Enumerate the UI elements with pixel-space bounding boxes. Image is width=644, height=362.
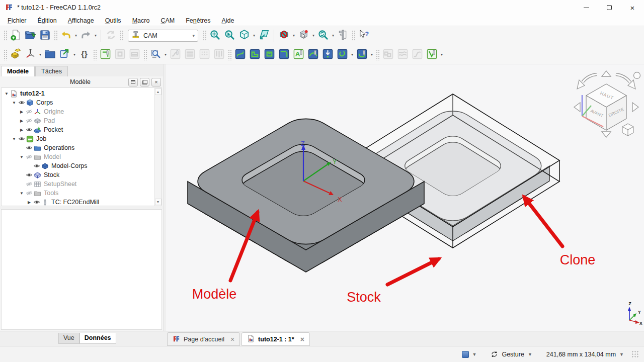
3d-viewport[interactable]: X Y Z Modèle Stock Clone [166,64,644,331]
toolbar-button-op-engrave[interactable]: A [291,47,306,62]
chevron-down-icon[interactable]: ▾ [331,33,336,38]
menu-aide[interactable]: Aide [216,16,240,25]
tree-expander[interactable]: ▶ [26,200,32,205]
toolbar-button-op-pocket-shape[interactable] [262,47,277,62]
toolbar-button-cam-postprocess[interactable] [57,47,72,62]
close-button[interactable]: × [621,0,644,15]
toolbar-grip[interactable] [352,30,355,41]
panel-close-button[interactable]: × [151,78,161,86]
toolbar-button-cam-gcode-inspect[interactable]: {} [77,47,92,62]
chevron-down-icon[interactable]: ▼ [619,352,624,357]
tree-expander[interactable]: ▶ [19,119,25,123]
nav-style-value[interactable]: Gesture [502,351,524,358]
toolbar-button-selection-view[interactable] [296,28,311,43]
mdi-tab-start-page[interactable]: Page d'accueil × [167,332,240,346]
toolbar-button-view-isometric[interactable] [237,28,252,43]
tree-item-job[interactable]: ▼Job [2,134,162,143]
toolbar-button-undo[interactable] [59,28,73,43]
tab-close-icon[interactable]: × [300,336,304,343]
chevron-down-icon[interactable]: ▼ [528,352,532,357]
tab-close-icon[interactable]: × [230,336,234,343]
chevron-down-icon[interactable]: ▾ [369,52,374,57]
tree-scrollbar[interactable]: ▲ ▼ [154,88,162,206]
toolbar-grip[interactable] [54,30,57,41]
chevron-down-icon[interactable]: ▾ [192,33,195,38]
toolbar-grip[interactable] [376,49,379,60]
navcube-reset-circle[interactable] [634,72,640,79]
visibility-off-icon[interactable] [25,153,33,160]
toolbar-button-op-deburr[interactable] [355,47,369,62]
scroll-up-button[interactable]: ▲ [155,88,162,95]
toolbar-button-op-vcarve[interactable] [425,47,439,62]
chevron-down-icon[interactable]: ▾ [252,33,257,38]
visibility-on-icon[interactable] [25,171,33,178]
toolbar-button-whats-this[interactable]: ? [357,28,371,43]
toolbar-button-zoom-sync[interactable] [316,28,331,43]
tree-item-tuto12-1[interactable]: ▼tuto12-1 [2,89,162,98]
toolbar-button-view-align[interactable] [257,28,271,43]
tree-expander[interactable]: ▼ [4,92,10,96]
toolbar-button-op-profile-ready[interactable] [98,47,113,62]
visibility-on-icon[interactable] [17,99,26,106]
chevron-down-icon[interactable]: ▾ [73,33,78,38]
tree-item-operations[interactable]: Operations [2,143,162,152]
tree-expander[interactable]: ▼ [19,155,25,159]
toolbar-button-cam-fixture[interactable] [23,47,38,62]
tree-item-pocket[interactable]: ▶Pocket [2,125,162,134]
menu-fenetres[interactable]: Fenêtres [180,16,216,25]
chevron-down-icon[interactable]: ▾ [163,52,168,57]
toolbar-button-zoom-fit[interactable] [208,28,222,43]
panel-float-button[interactable] [140,78,149,86]
tree-expander[interactable]: ▼ [11,137,17,141]
tree-item-corps[interactable]: ▼Corps [2,98,162,107]
workbench-selector[interactable]: CAM▾ [128,30,198,42]
tree-item-origine[interactable]: ▶Origine [2,107,162,116]
visibility-on-icon[interactable] [32,199,41,206]
chevron-down-icon[interactable]: ▾ [291,33,296,38]
visibility-off-icon[interactable] [25,108,33,115]
navcube-mini-cube[interactable] [622,124,633,136]
tree-item-setupsheet[interactable]: SetupSheet [2,179,162,189]
scroll-down-button[interactable]: ▼ [155,199,162,205]
tree-expander[interactable]: ▶ [19,110,25,114]
minimize-button[interactable] [575,0,598,15]
mdi-tab-document[interactable]: tuto12-1 : 1* × [242,332,310,346]
chevron-down-icon[interactable]: ▾ [311,33,316,38]
chevron-down-icon[interactable]: ▾ [93,33,98,38]
chevron-down-icon[interactable]: ▼ [472,352,477,357]
resize-grip[interactable] [631,350,639,358]
tree-item-tc-fc20endmill[interactable]: ▶TC: FC20EndMill [2,198,162,206]
chevron-down-icon[interactable]: ▾ [350,52,355,57]
tab-vue[interactable]: Vue [58,333,79,344]
toolbar-button-op-surface[interactable] [306,47,320,62]
visibility-on-icon[interactable] [25,144,33,151]
toolbar-button-cam-job[interactable] [9,47,23,62]
toolbar-grip[interactable] [93,49,97,60]
toolbar-button-op-slot[interactable] [335,47,350,62]
tree-item-stock[interactable]: Stock [2,170,162,179]
toolbar-button-redo[interactable] [78,28,93,43]
tree-expander[interactable]: ▼ [19,191,25,196]
toolbar-button-cam-toolbit-dock[interactable] [43,47,57,62]
tree-item-pad[interactable]: ▶Pad [2,116,162,125]
menu-outils[interactable]: Outils [100,16,127,25]
visibility-on-icon[interactable] [25,126,33,133]
toolbar-button-save-document[interactable] [38,28,52,43]
menu-edition[interactable]: Édition [32,16,62,25]
menu-macro[interactable]: Macro [127,16,155,25]
toolbar-button-cam-simulator[interactable] [148,47,163,62]
menu-cam[interactable]: CAM [155,16,180,25]
maximize-button[interactable] [598,0,621,15]
toolbar-grip[interactable] [203,30,206,41]
chevron-down-icon[interactable]: ▾ [439,52,444,57]
visibility-off-icon[interactable] [25,190,33,197]
toolbar-button-measure[interactable] [336,28,350,43]
toolbar-button-draw-style[interactable] [277,28,291,43]
visibility-on-icon[interactable] [17,135,26,142]
panel-dock-button[interactable] [128,78,138,86]
toolbar-button-zoom-selection[interactable] [222,28,237,43]
tab-donnees[interactable]: Données [79,333,116,344]
toolbar-grip[interactable] [4,49,7,60]
tab-taches[interactable]: Tâches [35,66,68,76]
visibility-on-icon[interactable] [32,162,41,169]
